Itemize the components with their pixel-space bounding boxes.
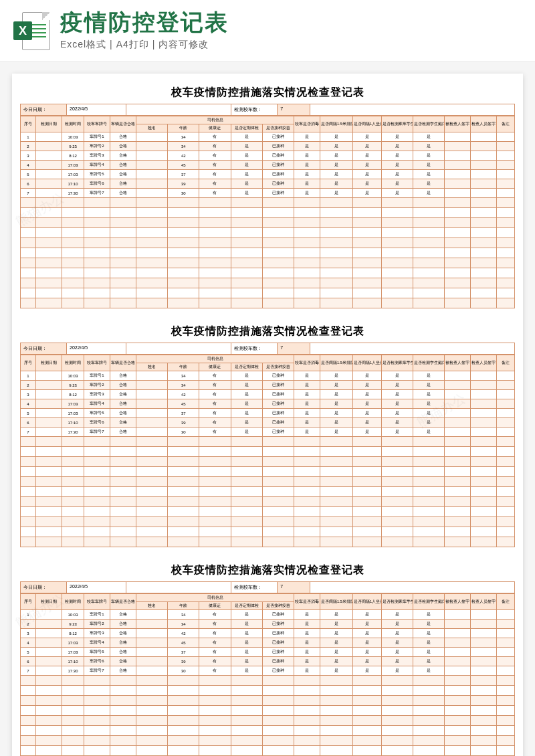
th-checker-sign: 检查人员签字 [471, 355, 497, 371]
cell-health: 有 [199, 610, 231, 620]
cell-checked-sign [445, 142, 471, 151]
th-name: 姓名 [136, 363, 168, 371]
cell-vehicle: 合格 [110, 428, 136, 437]
th-seat: 是否间隔1人坐座 [353, 594, 382, 610]
table-row-empty [21, 477, 515, 487]
cell-checker-sign [471, 151, 497, 161]
cell-time: 17:10 [62, 179, 84, 189]
th-plate: 校车车牌号 [84, 355, 110, 371]
cell-c2: 是 [320, 428, 353, 437]
count-value: 7 [278, 343, 310, 355]
table-row-empty [21, 676, 515, 686]
th-queue: 是否间隔1.5米排队候车 [320, 116, 353, 132]
cell-vaccine: 已接种 [262, 666, 294, 676]
cell-exam: 是 [231, 390, 262, 399]
cell-seq: 6 [21, 657, 36, 666]
cell-c1: 是 [294, 381, 320, 390]
cell-note [497, 638, 515, 648]
cell-checker-sign [471, 409, 497, 418]
cell-note [497, 428, 515, 437]
cell-c4: 是 [382, 142, 413, 151]
cell-exam: 是 [231, 371, 262, 381]
cell-c3: 是 [353, 409, 382, 418]
cell-note [497, 610, 515, 620]
cell-plate: 车牌号1 [84, 132, 110, 142]
cell-exam: 是 [231, 418, 262, 428]
th-seat: 是否间隔1人坐座 [353, 116, 382, 132]
cell-age: 30 [168, 428, 199, 437]
cell-note [497, 189, 515, 198]
th-note: 备注 [497, 355, 515, 371]
sheet-title: 校车疫情防控措施落实情况检查登记表 [20, 320, 515, 343]
cell-c2: 是 [320, 620, 353, 629]
cell-c5: 是 [413, 170, 445, 179]
cell-c3: 是 [353, 132, 382, 142]
cell-date [36, 657, 62, 666]
cell-c3: 是 [353, 170, 382, 179]
table-row: 6 17:10 车牌号6 合格 39 有 是 已接种 是 是 是 是 是 [21, 657, 515, 666]
cell-c2: 是 [320, 638, 353, 648]
cell-seq: 1 [21, 371, 36, 381]
date-value: 2022/4/5 [67, 104, 126, 116]
cell-c4: 是 [382, 381, 413, 390]
cell-time: 10:03 [62, 371, 84, 381]
cell-health: 有 [199, 189, 231, 198]
cell-time: 9:23 [62, 142, 84, 151]
cell-note [497, 381, 515, 390]
cell-c5: 是 [413, 399, 445, 409]
cell-c2: 是 [320, 629, 353, 638]
cell-time: 17:03 [62, 638, 84, 648]
cell-exam: 是 [231, 170, 262, 179]
cell-plate: 车牌号3 [84, 629, 110, 638]
cell-c4: 是 [382, 371, 413, 381]
cell-exam: 是 [231, 629, 262, 638]
cell-time: 17:03 [62, 170, 84, 179]
cell-exam: 是 [231, 657, 262, 666]
table-row-empty [21, 517, 515, 527]
cell-plate: 车牌号2 [84, 381, 110, 390]
table-row: 4 17:03 车牌号4 合格 45 有 是 已接种 是 是 是 是 是 [21, 161, 515, 170]
cell-vaccine: 已接种 [262, 142, 294, 151]
cell-vaccine: 已接种 [262, 620, 294, 629]
cell-note [497, 142, 515, 151]
cell-seq: 5 [21, 648, 36, 657]
cell-c3: 是 [353, 629, 382, 638]
th-checker-sign: 检查人员签字 [471, 116, 497, 132]
cell-note [497, 409, 515, 418]
cell-note [497, 390, 515, 399]
cell-checker-sign [471, 189, 497, 198]
cell-c4: 是 [382, 629, 413, 638]
cell-plate: 车牌号4 [84, 161, 110, 170]
cell-c3: 是 [353, 418, 382, 428]
cell-vehicle: 合格 [110, 151, 136, 161]
cell-name [136, 390, 168, 399]
th-temp: 是否检测乘车学生体温 [382, 594, 413, 610]
cell-exam: 是 [231, 399, 262, 409]
cell-age: 30 [168, 189, 199, 198]
cell-time: 17:03 [62, 409, 84, 418]
cell-seq: 6 [21, 418, 36, 428]
cell-age: 34 [168, 381, 199, 390]
cell-name [136, 381, 168, 390]
count-label: 检测校车数： [231, 104, 278, 116]
cell-age: 34 [168, 371, 199, 381]
cell-seq: 2 [21, 381, 36, 390]
cell-vaccine: 已接种 [262, 638, 294, 648]
cell-vaccine: 已接种 [262, 648, 294, 657]
cell-date [36, 648, 62, 657]
cell-name [136, 629, 168, 638]
cell-note [497, 666, 515, 676]
th-vehicle: 车辆是否合格 [110, 355, 136, 371]
cell-c5: 是 [413, 179, 445, 189]
th-plate: 校车车牌号 [84, 594, 110, 610]
cell-c2: 是 [320, 409, 353, 418]
cell-c2: 是 [320, 170, 353, 179]
cell-vaccine: 已接种 [262, 409, 294, 418]
th-age: 年龄 [168, 363, 199, 371]
cell-checker-sign [471, 170, 497, 179]
th-checker-sign: 检查人员签字 [471, 594, 497, 610]
cell-c4: 是 [382, 399, 413, 409]
cell-c4: 是 [382, 132, 413, 142]
cell-checker-sign [471, 428, 497, 437]
cell-vehicle: 合格 [110, 629, 136, 638]
